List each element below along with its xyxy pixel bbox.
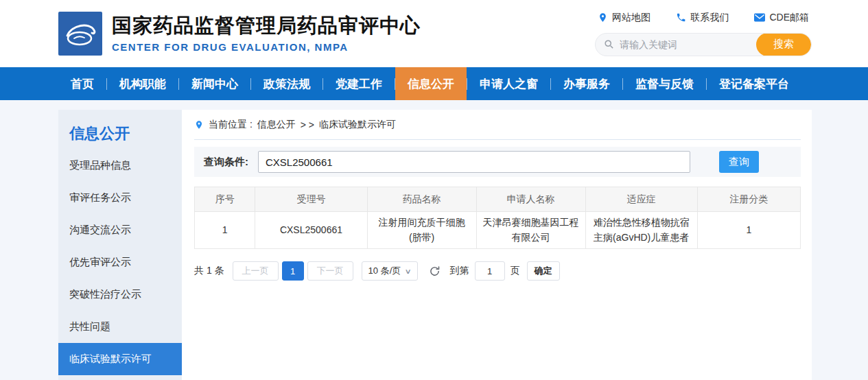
goto-page-input[interactable] <box>475 261 505 281</box>
search-button[interactable]: 搜索 <box>756 33 811 56</box>
nav-item-functions[interactable]: 机构职能 <box>107 67 178 100</box>
query-button[interactable]: 查询 <box>719 151 759 173</box>
cell-drug-name: 注射用间充质干细胞(脐带) <box>367 212 476 249</box>
nav-item-info-disclosure[interactable]: 信息公开 <box>395 67 467 100</box>
contact-us-link-label: 联系我们 <box>690 12 729 24</box>
prev-page-button[interactable]: 上一页 <box>233 261 279 281</box>
pagination-bar: 共 1 条 上一页 1 下一页 10 条/页 ∨ 到第 页 确定 <box>194 261 801 281</box>
breadcrumb-label: 当前位置 : <box>209 119 253 131</box>
sidebar-item-priority-review[interactable]: 优先审评公示 <box>58 246 182 278</box>
main-navbar: 首页 机构职能 新闻中心 政策法规 党建工作 信息公开 申请人之窗 办事服务 监… <box>0 67 868 100</box>
table-header-row: 序号 受理号 药品名称 申请人名称 适应症 注册分类 <box>195 187 801 212</box>
col-header-drug-name: 药品名称 <box>367 187 476 212</box>
results-table: 序号 受理号 药品名称 申请人名称 适应症 注册分类 1 CXSL2500661… <box>194 187 801 249</box>
breadcrumb-separator: > > <box>301 119 314 130</box>
nav-item-policies[interactable]: 政策法规 <box>251 67 322 100</box>
query-condition-label: 查询条件: <box>204 156 248 169</box>
keyword-search-input[interactable] <box>620 39 756 50</box>
site-logo[interactable]: 国家药品监督管理局药品审评中心 CENTER FOR DRUG EVALUATI… <box>58 12 421 56</box>
sitemap-link[interactable]: 网站地图 <box>598 12 650 24</box>
col-header-acceptance-no: 受理号 <box>255 187 367 212</box>
map-pin-icon <box>598 12 608 23</box>
cde-mail-link-label: CDE邮箱 <box>769 12 809 24</box>
goto-page-unit: 页 <box>511 265 520 277</box>
location-pin-icon <box>194 120 204 130</box>
table-row: 1 CXSL2500661 注射用间充质干细胞(脐带) 天津昂赛细胞基因工程有限… <box>195 212 801 249</box>
breadcrumb-info-disclosure[interactable]: 信息公开 <box>257 119 296 131</box>
cell-indication: 难治性急性移植物抗宿主病(aGvHD)儿童患者 <box>585 212 697 249</box>
next-page-button[interactable]: 下一页 <box>307 261 353 281</box>
sitemap-link-label: 网站地图 <box>612 12 650 24</box>
header-quick-links: 网站地图 联系我们 CDE邮箱 <box>595 12 812 24</box>
goto-page-label: 到第 <box>450 265 469 277</box>
cde-logo-icon <box>58 12 102 56</box>
pagination-total: 共 1 条 <box>194 265 224 277</box>
refresh-button[interactable] <box>429 265 441 277</box>
col-header-applicant-name: 申请人名称 <box>476 187 585 212</box>
current-page-button[interactable]: 1 <box>282 261 304 281</box>
header-search-box: 搜索 <box>595 33 812 56</box>
sidebar-item-marketed-drugs[interactable]: 上市药品信息 <box>58 375 182 380</box>
nav-item-supervision-feedback[interactable]: 监督与反馈 <box>623 67 706 100</box>
breadcrumb-clinical-trial[interactable]: 临床试验默示许可 <box>319 119 396 131</box>
sidebar-item-clinical-trial-implied-license[interactable]: 临床试验默示许可 <box>58 343 182 375</box>
col-header-registration-category: 注册分类 <box>697 187 800 212</box>
sidebar-item-common-issues[interactable]: 共性问题 <box>58 311 182 343</box>
nav-item-registration-platform[interactable]: 登记备案平台 <box>707 67 801 100</box>
mail-icon <box>754 13 765 22</box>
site-header: 国家药品监督管理局药品审评中心 CENTER FOR DRUG EVALUATI… <box>0 0 868 67</box>
sidebar-item-communication[interactable]: 沟通交流公示 <box>58 214 182 246</box>
confirm-button[interactable]: 确定 <box>527 261 560 281</box>
nav-item-party-building[interactable]: 党建工作 <box>323 67 395 100</box>
main-panel: 当前位置 : 信息公开 > > 临床试验默示许可 查询条件: 查询 序号 受理号… <box>182 110 812 380</box>
sidebar-item-accepted-varieties[interactable]: 受理品种信息 <box>58 150 182 182</box>
cde-mail-link[interactable]: CDE邮箱 <box>754 12 809 24</box>
query-bar: 查询条件: 查询 <box>194 147 801 177</box>
page-size-select[interactable]: 10 条/页 ∨ <box>362 261 418 281</box>
refresh-icon <box>429 265 441 277</box>
query-condition-input[interactable] <box>258 151 690 173</box>
page-size-value: 10 条/页 <box>368 265 401 277</box>
cell-applicant-name: 天津昂赛细胞基因工程有限公司 <box>476 212 585 249</box>
contact-us-link[interactable]: 联系我们 <box>676 12 729 24</box>
phone-icon <box>676 12 686 23</box>
content-container: 信息公开 受理品种信息 审评任务公示 沟通交流公示 优先审评公示 突破性治疗公示… <box>58 110 812 380</box>
nav-item-home[interactable]: 首页 <box>58 67 106 100</box>
col-header-index: 序号 <box>195 187 255 212</box>
cell-registration-category: 1 <box>697 212 800 249</box>
cell-index: 1 <box>195 212 255 249</box>
cell-acceptance-no: CXSL2500661 <box>255 212 367 249</box>
col-header-indication: 适应症 <box>585 187 697 212</box>
site-title: 国家药品监督管理局药品审评中心 <box>112 14 421 37</box>
sidebar-title: 信息公开 <box>58 110 182 150</box>
sidebar: 信息公开 受理品种信息 审评任务公示 沟通交流公示 优先审评公示 突破性治疗公示… <box>58 110 182 380</box>
site-subtitle: CENTER FOR DRUG EVALUATION, NMPA <box>112 41 421 53</box>
nav-item-news[interactable]: 新闻中心 <box>179 67 250 100</box>
sidebar-item-breakthrough-therapy[interactable]: 突破性治疗公示 <box>58 278 182 311</box>
nav-item-services[interactable]: 办事服务 <box>551 67 622 100</box>
search-icon <box>604 39 614 49</box>
chevron-down-icon: ∨ <box>405 268 412 275</box>
breadcrumb: 当前位置 : 信息公开 > > 临床试验默示许可 <box>194 110 801 140</box>
sidebar-item-review-tasks[interactable]: 审评任务公示 <box>58 182 182 214</box>
nav-item-applicant-window[interactable]: 申请人之窗 <box>467 67 550 100</box>
